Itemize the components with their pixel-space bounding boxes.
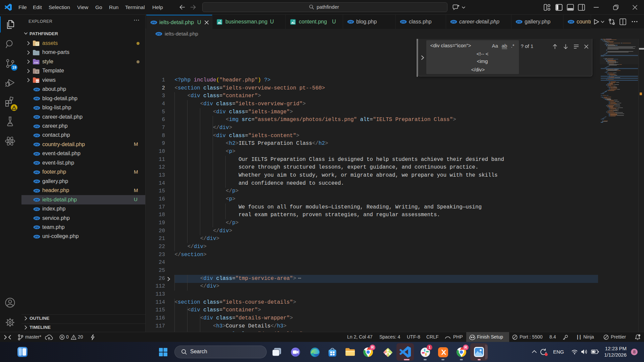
svg-text:php: php bbox=[35, 116, 39, 118]
svg-text:php: php bbox=[35, 180, 39, 183]
svg-text:css: css bbox=[34, 61, 39, 64]
svg-text:php: php bbox=[35, 162, 39, 165]
svg-text:php: php bbox=[35, 97, 39, 100]
svg-text:php: php bbox=[35, 235, 39, 238]
svg-text:php: php bbox=[35, 189, 39, 192]
svg-text:php: php bbox=[517, 20, 521, 23]
svg-text:php: php bbox=[35, 143, 39, 146]
svg-text:php: php bbox=[157, 33, 161, 35]
svg-text:php: php bbox=[451, 20, 456, 23]
svg-text:php: php bbox=[35, 198, 39, 201]
svg-text:php: php bbox=[35, 226, 39, 229]
svg-text:php: php bbox=[35, 88, 39, 91]
svg-text:php: php bbox=[35, 107, 39, 109]
svg-text:php: php bbox=[35, 171, 39, 174]
svg-text:php: php bbox=[35, 208, 39, 210]
svg-text:php: php bbox=[348, 20, 353, 23]
svg-text:php: php bbox=[35, 153, 39, 155]
svg-text:php: php bbox=[35, 217, 39, 220]
svg-text:php: php bbox=[35, 134, 39, 137]
svg-text:<>: <> bbox=[36, 80, 39, 82]
svg-text:php: php bbox=[152, 21, 156, 24]
svg-text:php: php bbox=[35, 125, 39, 128]
svg-text:php: php bbox=[401, 20, 406, 23]
svg-text:php: php bbox=[569, 20, 573, 23]
